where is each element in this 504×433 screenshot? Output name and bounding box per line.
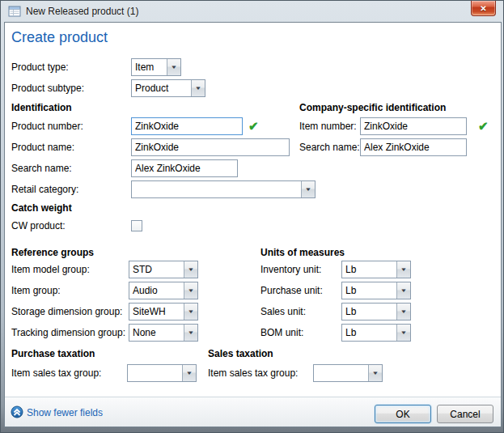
- dropdown-button[interactable]: ▼: [301, 181, 315, 197]
- chevron-down-icon: ▼: [400, 309, 408, 314]
- product-number-label: Product number:: [11, 117, 83, 135]
- product-subtype-combo[interactable]: Product ▼: [131, 79, 205, 97]
- sales-unit-combo[interactable]: Lb ▼: [341, 303, 411, 321]
- dropdown-button[interactable]: ▼: [368, 365, 382, 381]
- page-title: Create product: [11, 29, 108, 46]
- product-subtype-value: Product: [132, 80, 191, 96]
- purchase-item-sales-tax-group-combo[interactable]: ▼: [127, 364, 197, 382]
- validation-check-icon: ✔: [478, 119, 489, 134]
- storage-dimension-group-combo[interactable]: SiteWH ▼: [129, 303, 198, 321]
- dropdown-button[interactable]: ▼: [396, 325, 410, 341]
- company-search-name-input[interactable]: [360, 138, 467, 156]
- dropdown-button[interactable]: ▼: [396, 304, 410, 320]
- purchase-taxation-section-header: Purchase taxation: [11, 348, 95, 359]
- dialog-window: New Released product (1) ✕ Create produc…: [0, 0, 504, 433]
- product-type-combo[interactable]: Item ▼: [131, 58, 181, 76]
- close-icon: ✕: [480, 4, 486, 13]
- product-name-label: Product name:: [11, 138, 74, 156]
- chevron-down-icon: ▼: [400, 330, 408, 335]
- item-group-value: Audio: [129, 282, 184, 299]
- chevron-down-icon: ▼: [188, 288, 195, 293]
- product-number-input[interactable]: [131, 117, 243, 135]
- product-type-value: Item: [132, 59, 167, 75]
- title-bar: New Released product (1) ✕: [2, 1, 502, 21]
- inventory-unit-value: Lb: [342, 261, 396, 278]
- dropdown-button[interactable]: ▼: [182, 365, 196, 381]
- item-model-group-label: Item model group:: [11, 261, 90, 278]
- retail-category-value: [132, 181, 301, 197]
- tracking-dimension-group-label: Tracking dimension group:: [11, 324, 125, 342]
- dialog-client-area: Create product Product type: Item ▼ Prod…: [4, 22, 502, 427]
- item-model-group-value: STD: [129, 261, 184, 278]
- item-group-label: Item group:: [11, 282, 61, 299]
- dropdown-button[interactable]: ▼: [184, 282, 197, 299]
- storage-dimension-group-label: Storage dimension group:: [11, 303, 122, 321]
- validation-check-icon: ✔: [248, 119, 259, 134]
- bom-unit-value: Lb: [342, 325, 396, 341]
- purchase-unit-value: Lb: [342, 282, 396, 299]
- dropdown-button[interactable]: ▼: [396, 282, 410, 299]
- bom-unit-label: BOM unit:: [260, 324, 303, 342]
- cancel-button[interactable]: Cancel: [437, 405, 493, 423]
- chevron-down-icon: ▼: [372, 371, 379, 376]
- item-number-label: Item number:: [299, 117, 357, 135]
- storage-dimension-group-value: SiteWH: [129, 304, 184, 320]
- sales-unit-value: Lb: [342, 304, 396, 320]
- tracking-dimension-group-value: None: [129, 325, 184, 341]
- dropdown-button[interactable]: ▼: [184, 304, 197, 320]
- sales-item-sales-tax-group-value: [314, 365, 368, 381]
- dropdown-button[interactable]: ▼: [184, 261, 197, 278]
- purchase-item-sales-tax-group-value: [128, 365, 182, 381]
- reference-groups-section-header: Reference groups: [11, 247, 94, 258]
- sales-item-sales-tax-group-label: Item sales tax group:: [208, 364, 298, 382]
- product-type-label: Product type:: [11, 58, 69, 76]
- cw-product-checkbox[interactable]: [131, 220, 142, 231]
- sales-taxation-section-header: Sales taxation: [208, 348, 273, 359]
- dropdown-button[interactable]: ▼: [167, 59, 180, 75]
- show-fewer-fields-link[interactable]: Show fewer fields: [27, 407, 103, 418]
- inventory-unit-combo[interactable]: Lb ▼: [341, 261, 411, 278]
- tracking-dimension-group-combo[interactable]: None ▼: [129, 324, 198, 342]
- retail-category-label: Retail category:: [11, 180, 78, 198]
- ok-button[interactable]: OK: [375, 405, 431, 423]
- dropdown-button[interactable]: ▼: [191, 80, 205, 96]
- chevron-down-icon: ▼: [195, 86, 202, 91]
- retail-category-combo[interactable]: ▼: [131, 180, 316, 198]
- chevron-down-icon: ▼: [188, 330, 195, 335]
- bom-unit-combo[interactable]: Lb ▼: [341, 324, 411, 342]
- company-search-name-label: Search name:: [299, 138, 360, 156]
- sales-item-sales-tax-group-combo[interactable]: ▼: [313, 364, 383, 382]
- item-model-group-combo[interactable]: STD ▼: [129, 261, 198, 278]
- chevron-down-icon: ▼: [171, 65, 178, 70]
- catch-weight-section-header: Catch weight: [11, 202, 72, 214]
- search-name-label: Search name:: [11, 159, 72, 177]
- window-title: New Released product (1): [26, 6, 138, 17]
- purchase-unit-label: Purchase unit:: [260, 282, 323, 299]
- chevron-down-icon: ▼: [188, 309, 195, 314]
- purchase-unit-combo[interactable]: Lb ▼: [341, 282, 411, 299]
- purchase-item-sales-tax-group-label: Item sales tax group:: [11, 364, 101, 382]
- sales-unit-label: Sales unit:: [260, 303, 306, 321]
- close-button[interactable]: ✕: [471, 1, 496, 16]
- company-identification-section-header: Company-specific identification: [299, 102, 446, 113]
- dropdown-button[interactable]: ▼: [396, 261, 410, 278]
- collapse-icon[interactable]: [11, 405, 23, 418]
- form-icon: [8, 5, 21, 18]
- chevron-down-icon: ▼: [305, 187, 312, 192]
- dialog-footer: Show fewer fields OK Cancel: [5, 397, 501, 427]
- dropdown-button[interactable]: ▼: [184, 325, 197, 341]
- chevron-down-icon: ▼: [400, 267, 408, 272]
- chevron-down-icon: ▼: [400, 288, 408, 293]
- inventory-unit-label: Inventory unit:: [260, 261, 321, 278]
- product-subtype-label: Product subtype:: [11, 79, 84, 97]
- chevron-down-icon: ▼: [186, 371, 193, 376]
- identification-section-header: Identification: [11, 102, 72, 113]
- search-name-input[interactable]: [131, 159, 238, 177]
- chevron-down-icon: ▼: [188, 267, 195, 272]
- item-number-input[interactable]: [360, 117, 467, 135]
- item-group-combo[interactable]: Audio ▼: [129, 282, 198, 299]
- units-of-measures-section-header: Units of measures: [260, 247, 345, 258]
- product-name-input[interactable]: [131, 138, 290, 156]
- cw-product-label: CW product:: [11, 217, 66, 235]
